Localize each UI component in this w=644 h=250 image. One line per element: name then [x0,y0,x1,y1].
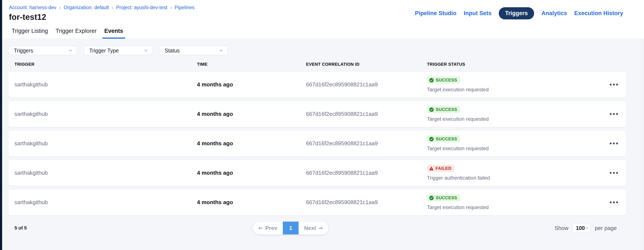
triggers-filter-label: Triggers [14,48,33,54]
trigger-status-cell: SUCCESS Target execution requested [427,189,592,215]
scrollbar-track [642,39,642,250]
trigger-name: sarthakgithub [14,140,197,147]
trigger-name: sarthakgithub [14,199,197,206]
breadcrumb-separator-icon: › [112,5,113,10]
status-label: SUCCESS [436,137,457,142]
correlation-id: 667d16f2ec895908821c1aa9 [306,140,427,147]
column-header-time: TIME [197,62,306,67]
breadcrumb-pipelines[interactable]: Pipelines [175,5,194,11]
breadcrumb-organization[interactable]: Organization: default [64,5,109,11]
success-check-icon [429,137,434,142]
column-header-trigger: TRIGGER [14,62,197,67]
prev-page-button[interactable]: ← Prev [253,222,283,234]
column-header-trigger-status: TRIGGER STATUS [427,62,592,67]
pipeline-nav: Pipeline Studio Input Sets Triggers Anal… [415,7,623,19]
status-message: Target execution requested [427,146,489,152]
results-summary: 5 of 5 [14,225,26,231]
row-menu-button[interactable] [608,110,620,117]
table-row: sarthakgithub 4 months ago 667d16f2ec895… [8,160,626,186]
nav-pipeline-studio[interactable]: Pipeline Studio [415,10,456,17]
nav-triggers-active[interactable]: Triggers [499,7,534,19]
trigger-tabs: Trigger Listing Trigger Explorer Events [2,23,125,39]
next-label: Next [304,225,316,231]
event-time: 4 months ago [197,170,306,176]
arrow-left-icon: ← [258,225,263,231]
trigger-name: sarthakgithub [14,81,197,88]
table-row: sarthakgithub 4 months ago 667d16f2ec895… [8,101,626,127]
status-filter[interactable]: Status [159,46,228,55]
trigger-status-cell: SUCCESS Target execution requested [427,101,592,127]
tab-trigger-explorer[interactable]: Trigger Explorer [54,23,99,39]
row-menu-button[interactable] [608,140,620,147]
status-badge: SUCCESS [427,194,460,201]
page-header: Account: harness-dev › Organization: def… [2,0,644,39]
arrow-right-icon: → [318,225,323,231]
status-label: SUCCESS [436,195,457,200]
table-row: sarthakgithub 4 months ago 667d16f2ec895… [8,72,626,97]
page-1-button[interactable]: 1 [283,222,298,234]
status-message: Target execution requested [427,116,489,122]
status-label: FAILED [436,166,452,171]
status-label: SUCCESS [436,78,457,83]
status-message: Target execution requested [427,204,489,210]
correlation-id: 667d16f2ec895908821c1aa9 [306,111,427,117]
trigger-status-cell: SUCCESS Target execution requested [427,72,592,97]
prev-label: Prev [265,225,277,231]
main-area: Account: harness-dev › Organization: def… [2,0,644,250]
page-size-value: 100 [576,225,585,231]
event-time: 4 months ago [197,199,306,206]
tab-events[interactable]: Events [102,23,126,39]
nav-input-sets[interactable]: Input Sets [464,10,492,17]
table-footer: 5 of 5 ← Prev 1 Next → [8,222,626,234]
event-time: 4 months ago [197,81,306,88]
status-message: Target execution requested [427,87,489,93]
triggers-filter[interactable]: Triggers [8,46,77,55]
status-badge: SUCCESS [427,77,460,84]
breadcrumb-separator-icon: › [59,5,61,10]
status-filter-label: Status [164,48,180,54]
trigger-name: sarthakgithub [14,170,197,176]
status-label: SUCCESS [436,107,457,112]
filters-bar: Triggers Trigger Type Status [2,39,644,55]
table-header: TRIGGER TIME EVENT CORRELATION ID TRIGGE… [8,61,626,67]
breadcrumb-separator-icon: › [170,5,172,10]
correlation-id: 667d16f2ec895908821c1aa9 [306,170,427,176]
trigger-type-filter-label: Trigger Type [89,48,119,54]
breadcrumb-project[interactable]: Project: ayushi-dev-test [116,5,167,11]
chevron-down-icon [68,48,73,53]
status-badge: SUCCESS [427,106,460,113]
tab-trigger-listing[interactable]: Trigger Listing [10,23,50,39]
app-root: Account: harness-dev › Organization: def… [0,0,644,250]
trigger-type-filter[interactable]: Trigger Type [84,46,152,55]
nav-analytics[interactable]: Analytics [541,10,567,17]
trigger-name: sarthakgithub [14,111,197,117]
table-row: sarthakgithub 4 months ago 667d16f2ec895… [8,189,626,215]
nav-execution-history[interactable]: Execution History [574,10,623,17]
trigger-status-cell: FAILED Trigger authentication failed [427,160,592,186]
events-table: sarthakgithub 4 months ago 667d16f2ec895… [8,72,626,215]
row-menu-button[interactable] [608,81,620,88]
success-check-icon [429,78,434,83]
next-page-button[interactable]: Next → [298,222,328,234]
per-page-label: per page [595,225,617,231]
row-menu-button[interactable] [608,169,620,176]
sidebar-edge [0,0,2,250]
table-row: sarthakgithub 4 months ago 667d16f2ec895… [8,131,626,156]
correlation-id: 667d16f2ec895908821c1aa9 [306,199,427,206]
chevron-down-icon [144,48,148,53]
row-menu-button[interactable] [608,199,620,206]
page-size-select[interactable]: 100 [572,223,591,233]
column-header-event-correlation-id: EVENT CORRELATION ID [306,62,427,67]
status-badge: SUCCESS [427,136,460,143]
event-time: 4 months ago [197,140,306,147]
success-check-icon [429,196,434,200]
events-content: Triggers Trigger Type Status [2,39,644,250]
success-check-icon [429,107,434,112]
chevron-down-icon [219,48,224,53]
trigger-status-cell: SUCCESS Target execution requested [427,131,592,156]
show-label: Show [554,225,568,231]
pagination: ← Prev 1 Next → [253,222,328,234]
failed-warning-icon [429,166,434,171]
status-message: Trigger authentication failed [427,175,490,181]
breadcrumb-account[interactable]: Account: harness-dev [9,5,56,11]
